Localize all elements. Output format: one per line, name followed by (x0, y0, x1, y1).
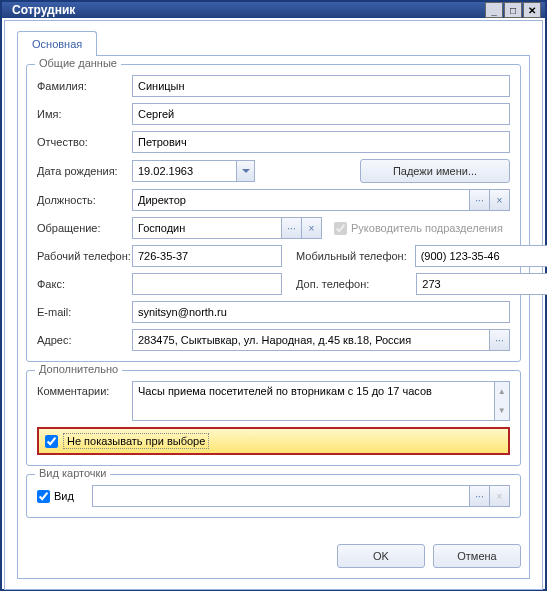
label-mobile: Мобильный телефон: (296, 250, 407, 262)
input-middlename[interactable] (132, 131, 510, 153)
position-browse-button[interactable]: ··· (470, 189, 490, 211)
x-icon: × (497, 195, 503, 206)
employee-dialog: Сотрудник _ □ ✕ Основная Общие данные Фа… (0, 0, 547, 591)
label-position: Должность: (37, 194, 132, 206)
window-controls: _ □ ✕ (484, 2, 541, 18)
maximize-button[interactable]: □ (504, 2, 522, 18)
highlight-hide-on-select: Не показывать при выборе (37, 427, 510, 455)
scroll-up-icon: ▲ (495, 382, 509, 401)
window-body: Основная Общие данные Фамилия: Имя: Отче… (4, 20, 543, 590)
input-birthdate[interactable] (132, 160, 237, 182)
view-browse-button[interactable]: ··· (470, 485, 490, 507)
comments-scrollbar[interactable]: ▲ ▼ (495, 381, 510, 421)
input-position[interactable] (132, 189, 470, 211)
input-addphone[interactable] (416, 273, 547, 295)
label-addphone: Доп. телефон: (296, 278, 369, 290)
titlebar: Сотрудник _ □ ✕ (2, 2, 545, 18)
input-fax[interactable] (132, 273, 282, 295)
group-general-title: Общие данные (35, 57, 121, 69)
label-lastname: Фамилия: (37, 80, 132, 92)
checkbox-view[interactable] (37, 490, 50, 503)
position-clear-button[interactable]: × (490, 189, 510, 211)
input-address[interactable] (132, 329, 490, 351)
dialog-footer: OK Отмена (26, 534, 521, 570)
close-icon: ✕ (528, 5, 536, 16)
tab-strip: Основная (17, 31, 530, 56)
input-firstname[interactable] (132, 103, 510, 125)
label-address: Адрес: (37, 334, 132, 346)
cancel-button[interactable]: Отмена (433, 544, 521, 568)
input-workphone[interactable] (132, 245, 282, 267)
dots-icon: ··· (475, 491, 483, 502)
button-name-cases[interactable]: Падежи имени... (360, 159, 510, 183)
checkbox-head-wrap: Руководитель подразделения (334, 222, 503, 235)
window-title: Сотрудник (6, 3, 484, 17)
textarea-comments[interactable] (132, 381, 495, 421)
dots-icon: ··· (495, 335, 503, 346)
input-view[interactable] (92, 485, 470, 507)
label-middlename: Отчество: (37, 136, 132, 148)
tab-panel-main: Общие данные Фамилия: Имя: Отчество: Дат… (17, 55, 530, 579)
input-mobile[interactable] (415, 245, 547, 267)
dots-icon: ··· (287, 223, 295, 234)
tab-main[interactable]: Основная (17, 31, 97, 56)
checkbox-hide[interactable] (45, 435, 58, 448)
group-card: Вид карточки Вид ··· × (26, 474, 521, 518)
label-view: Вид (54, 490, 74, 502)
label-salutation: Обращение: (37, 222, 132, 234)
group-general: Общие данные Фамилия: Имя: Отчество: Дат… (26, 64, 521, 362)
dots-icon: ··· (475, 195, 483, 206)
input-lastname[interactable] (132, 75, 510, 97)
x-icon: × (309, 223, 315, 234)
view-clear-button[interactable]: × (490, 485, 510, 507)
label-workphone: Рабочий телефон: (37, 250, 132, 262)
salutation-clear-button[interactable]: × (302, 217, 322, 239)
salutation-browse-button[interactable]: ··· (282, 217, 302, 239)
label-firstname: Имя: (37, 108, 132, 120)
label-hide[interactable]: Не показывать при выборе (63, 433, 209, 449)
minimize-icon: _ (491, 5, 497, 16)
label-birthdate: Дата рождения: (37, 165, 132, 177)
label-email: E-mail: (37, 306, 132, 318)
group-card-title: Вид карточки (35, 467, 110, 479)
input-salutation[interactable] (132, 217, 282, 239)
group-extra-title: Дополнительно (35, 363, 122, 375)
x-icon: × (497, 491, 503, 502)
scroll-down-icon: ▼ (495, 401, 509, 420)
label-comments: Комментарии: (37, 381, 132, 397)
group-extra: Дополнительно Комментарии: ▲ ▼ Не показы… (26, 370, 521, 466)
close-button[interactable]: ✕ (523, 2, 541, 18)
checkbox-head (334, 222, 347, 235)
maximize-icon: □ (510, 5, 516, 16)
input-email[interactable] (132, 301, 510, 323)
birthdate-dropdown-icon[interactable] (237, 160, 255, 182)
label-fax: Факс: (37, 278, 132, 290)
minimize-button[interactable]: _ (485, 2, 503, 18)
address-browse-button[interactable]: ··· (490, 329, 510, 351)
label-head: Руководитель подразделения (351, 222, 503, 234)
ok-button[interactable]: OK (337, 544, 425, 568)
